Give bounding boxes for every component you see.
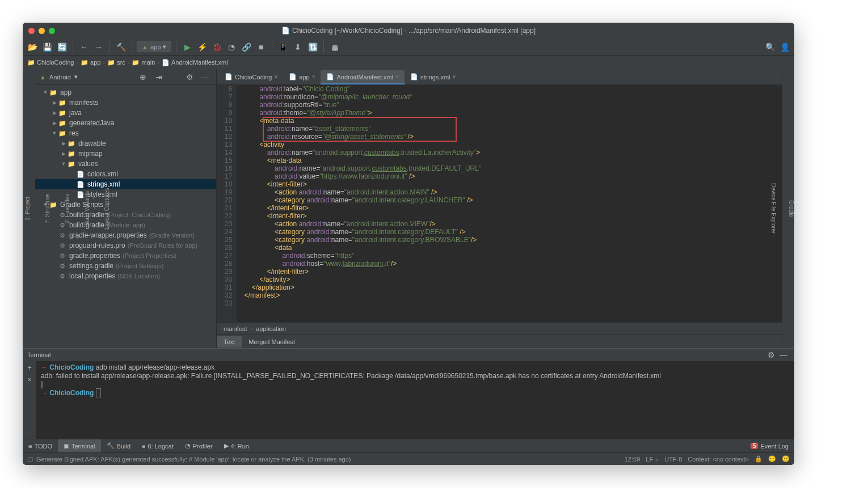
tree-item[interactable]: ▶📁java	[35, 108, 216, 118]
hide-icon[interactable]: —	[777, 349, 790, 361]
close-tab-icon[interactable]: ×	[453, 74, 456, 80]
code-line[interactable]	[237, 299, 776, 307]
back-icon[interactable]: ←	[78, 41, 90, 53]
code-line[interactable]: <meta-data	[237, 156, 776, 164]
status-icon[interactable]: ▢	[27, 455, 33, 463]
tree-item[interactable]: ▼📁res	[35, 128, 216, 138]
tree-item[interactable]: ⚙proguard-rules.pro(ProGuard Rules for a…	[35, 240, 216, 251]
tree-item[interactable]: ⚙local.properties(SDK Location)	[35, 271, 216, 281]
code-line[interactable]: <category android:name="android.intent.c…	[237, 228, 776, 236]
code-line[interactable]: <category android:name="android.intent.c…	[237, 196, 776, 204]
code-line[interactable]: android:name="android.support.customtabs…	[237, 164, 776, 172]
debug-icon[interactable]: 🐞	[210, 41, 223, 53]
save-icon[interactable]: 💾	[41, 41, 53, 53]
tree-item[interactable]: ▼📁Gradle Scripts	[35, 200, 216, 210]
minimize-window[interactable]	[39, 28, 45, 34]
code-line[interactable]: <action android:name="android.intent.act…	[237, 220, 776, 228]
code-line[interactable]: <meta-data	[237, 117, 776, 125]
sync-gradle-icon[interactable]: 🔃	[306, 41, 319, 53]
gear-icon[interactable]: ⚙	[183, 71, 196, 83]
code-line[interactable]: android:theme="@style/AppTheme">	[237, 109, 776, 117]
tree-item[interactable]: ⚙settings.gradle(Project Settings)	[35, 261, 216, 271]
tool-tab[interactable]: 2: Favorites	[63, 192, 71, 226]
bottom-tool-tab[interactable]: ▣Terminal	[58, 439, 101, 452]
code-line[interactable]: <category android:name="android.intent.c…	[237, 236, 776, 244]
breadcrumb-item[interactable]: 📄AndroidManifest.xml	[162, 59, 228, 66]
refresh-icon[interactable]: 🔄	[56, 41, 68, 53]
code-line[interactable]: <action android:name="android.intent.act…	[237, 188, 776, 196]
editor-tab[interactable]: 📄strings.xml×	[405, 70, 461, 84]
tool-tab[interactable]: Gradle	[788, 200, 794, 217]
tree-item[interactable]: 📄strings.xml	[35, 179, 216, 189]
bottom-tool-tab[interactable]: ≡6: Logcat	[136, 439, 179, 452]
tool-tab[interactable]: Build Variants	[83, 189, 91, 228]
tree-item[interactable]: 📄styles.xml	[35, 189, 216, 200]
open-icon[interactable]: 📂	[26, 41, 39, 53]
code-line[interactable]: android:supportsRtl="true"	[237, 101, 776, 109]
breadcrumb-item[interactable]: 📁ChicioCoding	[27, 59, 74, 66]
code-line[interactable]: </application>	[237, 283, 776, 291]
close-tab-icon[interactable]: ×	[27, 375, 32, 384]
status-item[interactable]: UTF-8	[664, 456, 682, 463]
tool-tab[interactable]: Layout Captures	[103, 185, 111, 231]
tree-item[interactable]: ▶📁manifests	[35, 98, 216, 108]
editor-tab[interactable]: 📄app×	[283, 70, 321, 84]
sdk-manager-icon[interactable]: ⬇	[292, 41, 304, 53]
editor-mode-tab[interactable]: Merged Manifest	[242, 336, 302, 348]
code-line[interactable]: </intent-filter>	[237, 268, 776, 276]
bottom-tool-tab[interactable]: ≡TODO	[23, 439, 58, 452]
bottom-tool-tab[interactable]: ◔Profiler	[179, 439, 218, 452]
forward-icon[interactable]: →	[92, 41, 105, 53]
code-line[interactable]: android:scheme="https"	[237, 252, 776, 260]
xml-breadcrumb-item[interactable]: manifest	[224, 325, 247, 332]
tree-item[interactable]: 📄colors.xml	[35, 169, 216, 179]
dropdown-icon[interactable]: ▾	[74, 73, 78, 81]
code-line[interactable]: android:name="android.support.customtabs…	[237, 149, 776, 156]
run-config-selector[interactable]: ▲ app ▾	[137, 41, 171, 52]
breadcrumb-item[interactable]: 📁app	[81, 59, 100, 66]
code-editor[interactable]: 6789101112131415161718192021222324252627…	[217, 85, 782, 322]
code-line[interactable]: <data	[237, 244, 776, 252]
code-line[interactable]: android:label="Chicio Coding"	[237, 85, 776, 93]
code-line[interactable]: </manifest>	[237, 291, 776, 299]
gear-icon[interactable]: ⚙	[765, 349, 777, 361]
status-item[interactable]: 12:59	[625, 456, 641, 463]
event-log-button[interactable]: 5 Event Log	[745, 439, 794, 452]
tree-item[interactable]: ▼📁values	[35, 159, 216, 169]
code-line[interactable]: android:resource="@string/asset_statemen…	[237, 133, 776, 141]
editor-tab[interactable]: 📄ChicioCoding×	[219, 70, 283, 84]
add-tab-icon[interactable]: +	[27, 363, 32, 372]
memory-icon[interactable]: 😐	[782, 455, 790, 463]
tree-item[interactable]: ⚙gradle.properties(Project Properties)	[35, 251, 216, 261]
code-line[interactable]: android:host="www.fabrizioduroni.it"/>	[237, 260, 776, 268]
close-tab-icon[interactable]: ×	[274, 74, 277, 80]
tool-tab[interactable]: 7: Structure	[43, 192, 52, 226]
breadcrumb-item[interactable]: 📁main	[132, 59, 155, 66]
tree-item[interactable]: ⚙build.gradle(Project: ChicioCoding)	[35, 210, 216, 220]
close-tab-icon[interactable]: ×	[312, 74, 315, 80]
code-line[interactable]: <activity	[237, 141, 776, 149]
tree-item[interactable]: ⚙gradle-wrapper.properties(Gradle Versio…	[35, 230, 216, 240]
tree-item[interactable]: ▼📁app	[35, 87, 216, 98]
search-icon[interactable]: 🔍	[764, 41, 776, 53]
code-line[interactable]: <intent-filter>	[237, 212, 776, 220]
xml-breadcrumb-item[interactable]: application	[256, 325, 286, 332]
attach-debugger-icon[interactable]: 🔗	[240, 41, 252, 53]
inspection-icon[interactable]: 😐	[768, 455, 776, 463]
terminal-output[interactable]: → ChicioCoding adb install app/release/a…	[36, 361, 794, 439]
status-item[interactable]: LF ⬨	[646, 456, 659, 463]
hide-icon[interactable]: —	[199, 71, 212, 83]
code-line[interactable]: </intent-filter>	[237, 204, 776, 212]
close-window[interactable]	[28, 28, 35, 34]
breadcrumb-item[interactable]: 📁src	[107, 59, 125, 66]
project-view-mode[interactable]: Android	[49, 74, 71, 81]
close-tab-icon[interactable]: ×	[395, 74, 399, 80]
target-icon[interactable]: ⊕	[137, 71, 149, 83]
profile-icon[interactable]: ◔	[225, 41, 238, 53]
stop-icon[interactable]: ■	[255, 41, 267, 53]
code-content[interactable]: android:label="Chicio Coding" android:ro…	[237, 85, 782, 322]
code-line[interactable]: </activity>	[237, 276, 776, 283]
code-line[interactable]: <intent-filter>	[237, 180, 776, 188]
code-line[interactable]: android:roundIcon="@mipmap/ic_launcher_r…	[237, 93, 776, 101]
editor-tab[interactable]: 📄AndroidManifest.xml×	[321, 70, 405, 84]
